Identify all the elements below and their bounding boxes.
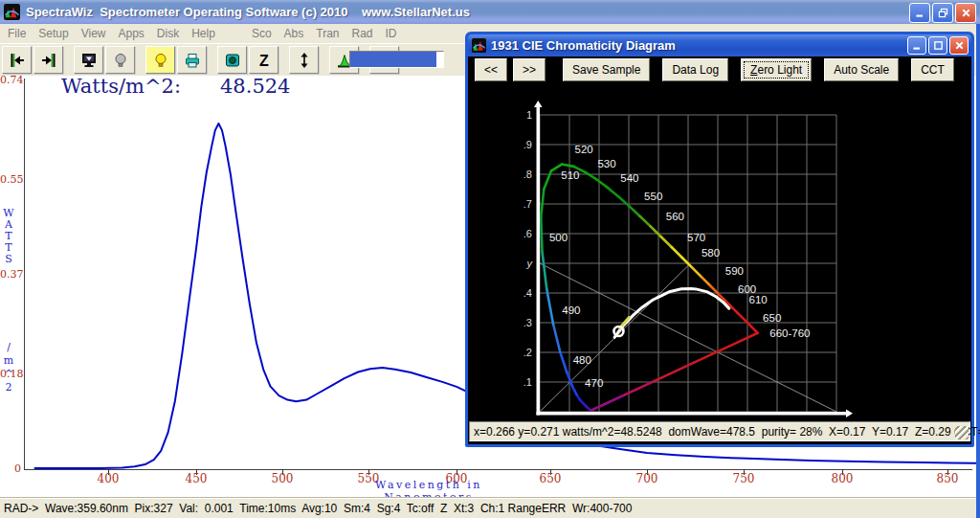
x-tick-label: 700 bbox=[633, 472, 661, 485]
cie-button-zero-light[interactable]: Zero Light bbox=[741, 58, 812, 81]
main-title-bar[interactable]: SpectraWiz Spectrometer Operating Softwa… bbox=[0, 0, 980, 24]
resize-grip[interactable] bbox=[955, 426, 969, 439]
cie-status-bar: x=0.266 y=0.271 watts/m^2=48.5248 domWav… bbox=[469, 421, 970, 441]
svg-text:530: 530 bbox=[597, 158, 615, 169]
cie-button--[interactable]: >> bbox=[513, 58, 546, 81]
svg-text:590: 590 bbox=[725, 265, 744, 277]
minimize-icon bbox=[914, 7, 926, 19]
toolbar-button-zero-z[interactable]: Z bbox=[249, 46, 278, 74]
minimize-button[interactable] bbox=[909, 3, 930, 23]
svg-text:1: 1 bbox=[526, 109, 532, 121]
svg-text:480: 480 bbox=[573, 354, 591, 366]
svg-text:.9: .9 bbox=[523, 139, 532, 150]
y-axis-unit-char: ^ bbox=[2, 368, 15, 380]
maximize-icon bbox=[932, 39, 945, 52]
svg-text:.1: .1 bbox=[523, 376, 532, 388]
cie-close-button[interactable] bbox=[949, 36, 969, 55]
x-tick-label: 800 bbox=[828, 472, 857, 485]
svg-text:660-760: 660-760 bbox=[769, 327, 810, 339]
menu-item-disk[interactable]: Disk bbox=[157, 27, 179, 40]
acquisition-progress-bar bbox=[349, 51, 444, 68]
main-status-bar: RAD-> Wave:359.60nm Pix:327 Val: 0.001 T… bbox=[0, 497, 980, 518]
close-icon bbox=[953, 39, 966, 52]
toolbar-button-save-display[interactable] bbox=[74, 46, 103, 74]
menu-item-apps[interactable]: Apps bbox=[119, 27, 145, 40]
svg-text:650: 650 bbox=[763, 312, 781, 324]
svg-text:610: 610 bbox=[749, 294, 768, 305]
cie-button-auto-scale[interactable]: Auto Scale bbox=[824, 58, 899, 81]
svg-text:520: 520 bbox=[575, 144, 593, 155]
menu-item-abs[interactable]: Abs bbox=[284, 27, 304, 40]
cie-button-cct[interactable]: CCT bbox=[911, 58, 954, 81]
cie-button-data-log[interactable]: Data Log bbox=[662, 58, 728, 81]
y-axis-unit-char: 2 bbox=[2, 381, 15, 394]
save-display-icon bbox=[79, 51, 99, 70]
cie-toolbar: <<>>Save SampleData LogZero LightAuto Sc… bbox=[468, 56, 971, 83]
toolbar-button-snapshot[interactable] bbox=[217, 46, 247, 74]
svg-text:.8: .8 bbox=[523, 169, 532, 180]
menu-item-view[interactable]: View bbox=[81, 27, 106, 40]
snapshot-icon bbox=[223, 51, 242, 70]
svg-text:.7: .7 bbox=[523, 198, 532, 210]
svg-text:500: 500 bbox=[549, 232, 568, 243]
y-tick-label: 0.55 bbox=[0, 173, 21, 186]
x-tick-label: 450 bbox=[182, 472, 211, 485]
svg-text:560: 560 bbox=[666, 211, 684, 222]
x-tick-label: 500 bbox=[268, 472, 297, 485]
app-icon bbox=[4, 4, 20, 20]
cie-window-title: 1931 CIE Chromaticity Diagram bbox=[491, 38, 676, 53]
svg-text:510: 510 bbox=[561, 169, 579, 181]
cie-button--[interactable]: << bbox=[475, 58, 507, 81]
svg-text:570: 570 bbox=[687, 232, 705, 243]
svg-text:580: 580 bbox=[702, 247, 720, 259]
x-tick-label: 750 bbox=[729, 472, 758, 485]
toolbar-button-vertical-scale[interactable] bbox=[289, 46, 319, 74]
svg-text:.3: .3 bbox=[523, 317, 532, 328]
menu-item-sco[interactable]: Sco bbox=[252, 27, 272, 40]
menu-item-tran[interactable]: Tran bbox=[316, 27, 339, 40]
vertical-scale-icon bbox=[295, 51, 314, 70]
svg-text:.4: .4 bbox=[523, 287, 532, 299]
measurement-value: 48.524 bbox=[220, 75, 290, 98]
svg-text:.6: .6 bbox=[523, 228, 532, 239]
x-tick-label: 400 bbox=[94, 472, 122, 485]
cie-window-icon bbox=[472, 38, 486, 53]
lamp-on-icon bbox=[151, 51, 170, 70]
y-axis-unit-char: S bbox=[2, 253, 15, 265]
cie-window: 1931 CIE Chromaticity Diagram <<>>Save S… bbox=[465, 32, 974, 447]
svg-text:550: 550 bbox=[644, 191, 662, 202]
svg-text:470: 470 bbox=[585, 377, 603, 389]
cie-maximize-button[interactable] bbox=[928, 36, 947, 55]
y-axis-unit-char: m bbox=[2, 354, 15, 367]
goto-start-icon bbox=[8, 51, 27, 70]
svg-text:y: y bbox=[526, 258, 534, 269]
close-button[interactable] bbox=[955, 3, 976, 23]
toolbar-button-goto-start[interactable] bbox=[2, 46, 32, 74]
goto-end-icon bbox=[39, 51, 58, 70]
cie-button-save-sample[interactable]: Save Sample bbox=[563, 58, 650, 81]
toolbar-button-lamp-off[interactable] bbox=[105, 46, 135, 74]
cie-title-bar[interactable]: 1931 CIE Chromaticity Diagram bbox=[468, 34, 971, 56]
printer-icon bbox=[183, 51, 202, 70]
zero-z-icon: Z bbox=[255, 51, 274, 70]
menu-item-rad[interactable]: Rad bbox=[352, 27, 373, 40]
toolbar-button-lamp-on[interactable] bbox=[145, 46, 175, 74]
toolbar-button-goto-end[interactable] bbox=[33, 46, 63, 74]
window-right-border bbox=[976, 24, 980, 518]
svg-text:540: 540 bbox=[620, 172, 638, 184]
minimize-icon bbox=[911, 39, 924, 52]
menu-item-help[interactable]: Help bbox=[191, 27, 215, 40]
svg-text:490: 490 bbox=[562, 304, 580, 316]
cie-status-text: x=0.266 y=0.271 watts/m^2=48.5248 domWav… bbox=[474, 425, 980, 439]
y-tick-label: 0 bbox=[0, 462, 21, 475]
svg-text:Z: Z bbox=[259, 52, 269, 68]
main-window-title: SpectraWiz Spectrometer Operating Softwa… bbox=[26, 5, 470, 19]
menu-item-file[interactable]: File bbox=[8, 27, 26, 40]
cie-minimize-button[interactable] bbox=[907, 36, 926, 55]
restore-button[interactable] bbox=[932, 3, 953, 23]
x-tick-label: 650 bbox=[536, 472, 565, 485]
toolbar-button-printer[interactable] bbox=[177, 46, 207, 74]
menu-item-id[interactable]: ID bbox=[386, 27, 397, 40]
menu-item-setup[interactable]: Setup bbox=[38, 27, 68, 40]
spectrawiz-app: SpectraWiz Spectrometer Operating Softwa… bbox=[0, 0, 980, 518]
